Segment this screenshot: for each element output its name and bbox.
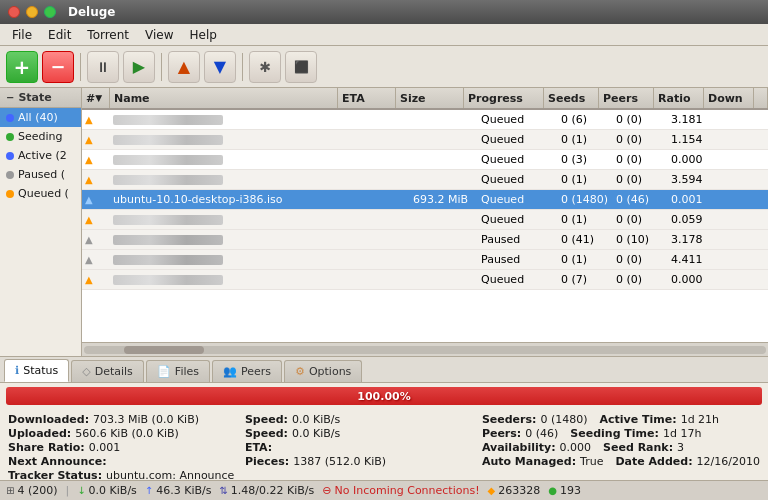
uploaded-row: Uploaded: 560.6 KiB (0.0 KiB) bbox=[8, 427, 237, 440]
row-ratio: 4.411 bbox=[668, 250, 718, 269]
toolbar-separator bbox=[80, 53, 81, 81]
table-row[interactable]: ▲ Queued 0 (6) 0 (0) 3.181 bbox=[82, 110, 768, 130]
row-progress: Queued bbox=[478, 170, 558, 189]
torrent-count-icon: ⊞ bbox=[6, 485, 14, 496]
add-torrent-button[interactable]: + bbox=[6, 51, 38, 83]
row-progress: Queued bbox=[478, 190, 558, 209]
th-eta[interactable]: ETA bbox=[338, 88, 396, 108]
pieces-row: Pieces: 1387 (512.0 KiB) bbox=[245, 455, 474, 468]
table-row[interactable]: ▲ Paused 0 (1) 0 (0) 4.411 bbox=[82, 250, 768, 270]
row-down bbox=[718, 170, 768, 189]
menu-torrent[interactable]: Torrent bbox=[79, 26, 137, 44]
sidebar-item-queued[interactable]: Queued ( bbox=[0, 184, 81, 203]
connection-manager-button[interactable]: ⬛ bbox=[285, 51, 317, 83]
row-down bbox=[718, 190, 768, 209]
table-row[interactable]: ▲ Queued 0 (1) 0 (0) 0.059 bbox=[82, 210, 768, 230]
active-icon bbox=[6, 152, 14, 160]
auto-managed-label: Auto Managed: bbox=[482, 455, 576, 468]
row-progress: Queued bbox=[478, 130, 558, 149]
row-peers: 0 (0) bbox=[613, 150, 668, 169]
table-row[interactable]: ▲ Paused 0 (41) 0 (10) 3.178 bbox=[82, 230, 768, 250]
table-row[interactable]: ▲ Queued 0 (3) 0 (0) 0.000 bbox=[82, 150, 768, 170]
table-row[interactable]: ▲ Queued 0 (7) 0 (0) 0.000 bbox=[82, 270, 768, 290]
sidebar-item-active[interactable]: Active (2 bbox=[0, 146, 81, 165]
table-row[interactable]: ▲ ubuntu-10.10-desktop-i386.iso 693.2 Mi… bbox=[82, 190, 768, 210]
paused-icon bbox=[6, 171, 14, 179]
row-peers: 0 (0) bbox=[613, 130, 668, 149]
auto-managed-row: Auto Managed: True Date Added: 12/16/201… bbox=[482, 455, 760, 468]
speed-ul-row: Speed: 0.0 KiB/s bbox=[245, 427, 474, 440]
th-peers[interactable]: Peers bbox=[599, 88, 654, 108]
th-number[interactable]: #▼ bbox=[82, 88, 110, 108]
toolbar: + − ⏸ ▶ ▲ ▼ ✱ ⬛ bbox=[0, 46, 768, 88]
pause-button[interactable]: ⏸ bbox=[87, 51, 119, 83]
menu-file[interactable]: File bbox=[4, 26, 40, 44]
resume-button[interactable]: ▶ bbox=[123, 51, 155, 83]
row-peers: 0 (0) bbox=[613, 210, 668, 229]
menu-bar: File Edit Torrent View Help bbox=[0, 24, 768, 46]
bottom-area: ℹ Status ◇ Details 📄 Files 👥 Peers ⚙ Opt… bbox=[0, 356, 768, 500]
sidebar: − State All (40) Seeding Active (2 Pause… bbox=[0, 88, 82, 356]
tab-status[interactable]: ℹ Status bbox=[4, 359, 69, 382]
row-progress: Queued bbox=[478, 110, 558, 129]
scroll-thumb[interactable] bbox=[124, 346, 204, 354]
horizontal-scrollbar[interactable] bbox=[82, 342, 768, 356]
scroll-track[interactable] bbox=[84, 346, 766, 354]
progress-value: 100.00% bbox=[357, 390, 410, 403]
move-up-button[interactable]: ▲ bbox=[168, 51, 200, 83]
minimize-button[interactable] bbox=[26, 6, 38, 18]
auto-managed-value: True bbox=[580, 455, 603, 468]
availability-row: Availability: 0.000 Seed Rank: 3 bbox=[482, 441, 760, 454]
remove-torrent-button[interactable]: − bbox=[42, 51, 74, 83]
row-seeds: 0 (41) bbox=[558, 230, 613, 249]
row-peers: 0 (0) bbox=[613, 170, 668, 189]
move-down-button[interactable]: ▼ bbox=[204, 51, 236, 83]
table-row[interactable]: ▲ Queued 0 (1) 0 (0) 1.154 bbox=[82, 130, 768, 150]
peers-tab-label: Peers bbox=[241, 365, 271, 378]
downloaded-value: 703.3 MiB (0.0 KiB) bbox=[93, 413, 199, 426]
row-num: ▲ bbox=[82, 110, 110, 129]
tab-files[interactable]: 📄 Files bbox=[146, 360, 210, 382]
sidebar-item-seeding[interactable]: Seeding bbox=[0, 127, 81, 146]
close-button[interactable] bbox=[8, 6, 20, 18]
row-seeds: 0 (1) bbox=[558, 210, 613, 229]
th-size[interactable]: Size bbox=[396, 88, 464, 108]
th-seeds[interactable]: Seeds bbox=[544, 88, 599, 108]
row-down bbox=[718, 250, 768, 269]
torrent-list-header: #▼ Name ETA Size Progress Seeds Peers Ra… bbox=[82, 88, 768, 110]
th-down[interactable]: Down bbox=[704, 88, 754, 108]
row-num: ▲ bbox=[82, 130, 110, 149]
torrent-list: ▲ Queued 0 (6) 0 (0) 3.181 ▲ Queued 0 (1… bbox=[82, 110, 768, 342]
maximize-button[interactable] bbox=[44, 6, 56, 18]
dht-icon: ◆ bbox=[488, 485, 496, 496]
sidebar-all-label: All (40) bbox=[18, 111, 58, 124]
row-size bbox=[410, 270, 478, 289]
sidebar-queued-label: Queued ( bbox=[18, 187, 69, 200]
row-ratio: 3.594 bbox=[668, 170, 718, 189]
sidebar-item-all[interactable]: All (40) bbox=[0, 108, 81, 127]
dl-speed: 0.0 KiB/s bbox=[89, 484, 137, 497]
row-eta bbox=[352, 210, 410, 229]
menu-help[interactable]: Help bbox=[182, 26, 225, 44]
tab-details[interactable]: ◇ Details bbox=[71, 360, 144, 382]
row-name bbox=[110, 230, 352, 249]
seeding-time-label: Seeding Time: bbox=[570, 427, 659, 440]
seeding-icon bbox=[6, 133, 14, 141]
date-added-value: 12/16/2010 bbox=[697, 455, 760, 468]
peers-label: Peers: bbox=[482, 427, 521, 440]
date-added-label: Date Added: bbox=[615, 455, 692, 468]
status-tab-icon: ℹ bbox=[15, 364, 19, 377]
menu-edit[interactable]: Edit bbox=[40, 26, 79, 44]
tab-peers[interactable]: 👥 Peers bbox=[212, 360, 282, 382]
row-name bbox=[110, 170, 352, 189]
th-progress[interactable]: Progress bbox=[464, 88, 544, 108]
sidebar-item-paused[interactable]: Paused ( bbox=[0, 165, 81, 184]
dl-arrow-icon: ↓ bbox=[77, 485, 85, 496]
menu-view[interactable]: View bbox=[137, 26, 181, 44]
transfer-item: ⇅ 1.48/0.22 KiB/s bbox=[219, 484, 314, 497]
th-ratio[interactable]: Ratio bbox=[654, 88, 704, 108]
tab-options[interactable]: ⚙ Options bbox=[284, 360, 362, 382]
th-name[interactable]: Name bbox=[110, 88, 338, 108]
preferences-button[interactable]: ✱ bbox=[249, 51, 281, 83]
table-row[interactable]: ▲ Queued 0 (1) 0 (0) 3.594 bbox=[82, 170, 768, 190]
